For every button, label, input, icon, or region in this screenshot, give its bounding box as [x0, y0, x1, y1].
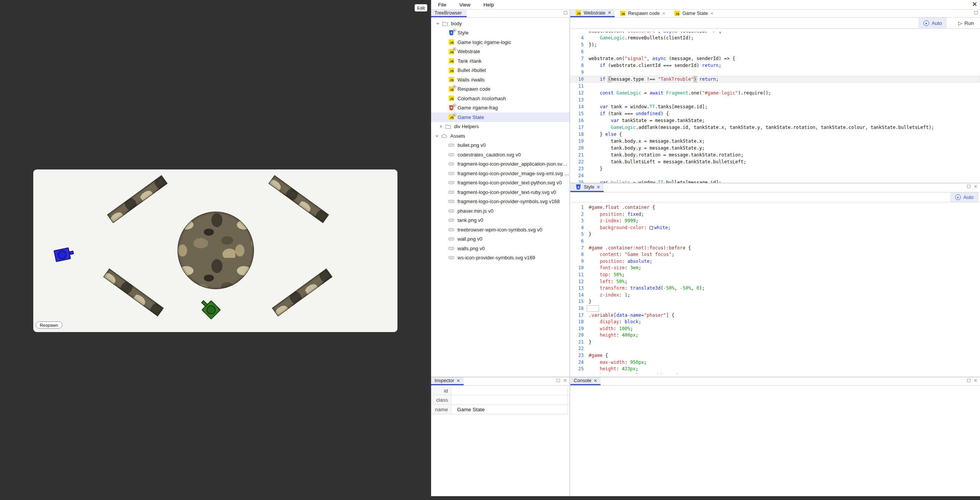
- code-line-24[interactable]: 24 max-width: 950px;: [570, 359, 980, 366]
- code-line-10[interactable]: 10 font-size: 3em;: [570, 265, 980, 272]
- close-icon[interactable]: ✕: [597, 185, 600, 190]
- tree-item-fragment-logo-icon-provider-symbols-svg-v168[interactable]: fragment-logo-icon-provider-symbols.svg …: [431, 197, 570, 207]
- tree-item-codestrates-cauldron-svg-v0[interactable]: codestrates_cauldron.svg v0: [431, 150, 570, 160]
- code-line-19[interactable]: 19 width: 100%;: [570, 326, 980, 332]
- close-icon[interactable]: ✕: [662, 11, 666, 16]
- code-line-14[interactable]: 14 var tank = window.TT.tanks[message.id…: [570, 103, 980, 110]
- code-line-6[interactable]: 6: [570, 48, 980, 55]
- tab-inspector[interactable]: Inspector ✕: [431, 377, 464, 385]
- tab-console[interactable]: Console ✕: [570, 377, 601, 385]
- code-line-15[interactable]: 15 if (tank === undefined) {: [570, 110, 980, 117]
- code-line-clipped[interactable]: webstrate.on("clientPart", async (client…: [570, 32, 980, 34]
- code-line-1[interactable]: 1#game.float .container {: [570, 204, 980, 211]
- code-line-8[interactable]: 8 content: "Game lost focus";: [570, 251, 980, 258]
- code-line-2[interactable]: 2 position: fixed;: [570, 211, 980, 218]
- code-line-20[interactable]: 20 tank.body.y = message.tankState.y;: [570, 145, 980, 151]
- tree-item-fragment-logo-icon-provider-image-svg-xml-svg[interactable]: fragment-logo-icon-provider_image-svg-xm…: [431, 169, 570, 178]
- maximize-icon[interactable]: [557, 379, 560, 382]
- code-line-22[interactable]: 22: [570, 345, 980, 352]
- code-line-21[interactable]: 21}: [570, 339, 980, 346]
- code-line-14[interactable]: 14 z-index: 1;: [570, 292, 980, 299]
- tree-item-game-game-frag[interactable]: 5▶Game #game-frag: [431, 103, 570, 113]
- code-line-7[interactable]: 7#game .container:not(:focus):before {: [570, 245, 980, 252]
- tab-respawn-code[interactable]: JSRespawn code✕: [615, 10, 669, 17]
- code-line-13[interactable]: 13: [570, 96, 980, 103]
- tree-item-style[interactable]: 3▶Style: [431, 28, 570, 38]
- code-line-5[interactable]: 5});: [570, 41, 980, 48]
- tab-game-state[interactable]: JSGame State✕: [669, 10, 717, 17]
- code-line-9[interactable]: 9: [570, 69, 980, 76]
- code-line-17[interactable]: 17 GameLogic.addTank(message.id, tankSta…: [570, 124, 980, 131]
- code-line-24[interactable]: 24: [570, 172, 980, 179]
- auto-run-button[interactable]: ▶ Auto: [950, 192, 978, 202]
- tree-item-colorhash-colorhash[interactable]: JSColorhash #colorhash: [431, 94, 570, 103]
- tab-style[interactable]: 3 Style ✕: [570, 183, 604, 192]
- tree-item-body[interactable]: body: [431, 19, 570, 28]
- code-line-21[interactable]: 21 tank.body.rotation = message.tankStat…: [570, 151, 980, 158]
- code-line-25[interactable]: 25 var bullets = window.TT.bullets[messa…: [570, 179, 980, 183]
- code-line-3[interactable]: 3 z-index: 9999;: [570, 218, 980, 225]
- tree-item-game-logic-game-logic[interactable]: JSGame logic #game-logic: [431, 37, 570, 47]
- window-close-icon[interactable]: ✕: [972, 0, 977, 8]
- code-line-20[interactable]: 20 height: 400px;: [570, 332, 980, 339]
- tree-item-webstrate[interactable]: JS▶Webstrate: [431, 47, 570, 57]
- code-line-4[interactable]: 4 GameLogic.removeBullets(clientId);: [570, 34, 980, 41]
- tree-item-ws-icon-provider-symbols-svg-v169[interactable]: ws-icon-provider-symbols.svg v169: [431, 253, 570, 263]
- code-line-11[interactable]: 11: [570, 83, 980, 90]
- code-line-16[interactable]: 16 var tankState = message.tankState;: [570, 117, 980, 124]
- menu-item-file[interactable]: File: [438, 2, 446, 8]
- code-line-18[interactable]: 18 display: block;: [570, 319, 980, 326]
- code-line-12[interactable]: 12 left: 50%;: [570, 279, 980, 285]
- close-icon[interactable]: ✕: [563, 379, 567, 382]
- code-line-23[interactable]: 23#game {: [570, 352, 980, 359]
- menu-item-help[interactable]: Help: [483, 2, 494, 8]
- tree-item-fragment-logo-icon-provider-text-ruby-svg-v0[interactable]: fragment-logo-icon-provider_text-ruby.sv…: [431, 187, 570, 197]
- tree-item-fragment-logo-icon-provider-application-json-sv[interactable]: fragment-logo-icon-provider_application-…: [431, 160, 570, 169]
- tree-item-bullet-png-v0[interactable]: bullet.png v0: [431, 141, 570, 150]
- javascript-code-area[interactable]: webstrate.on("clientPart", async (client…: [570, 29, 980, 183]
- inspector-field-value[interactable]: Game State: [451, 405, 568, 414]
- maximize-icon[interactable]: [564, 11, 567, 15]
- tree-item-phaser-min-js-v0[interactable]: phaser.min.js v0: [431, 206, 570, 216]
- code-line-4[interactable]: 4 background-color: white;: [570, 225, 980, 231]
- chevron-down-icon[interactable]: [435, 21, 440, 26]
- chevron-down-icon[interactable]: [434, 134, 440, 138]
- chevron-right-icon[interactable]: [438, 124, 443, 129]
- code-line-15[interactable]: 15}: [570, 298, 980, 305]
- tree-item-walls-png-v0[interactable]: walls.png v0: [431, 244, 570, 253]
- close-icon[interactable]: ✕: [710, 11, 714, 16]
- tree-item-wall-png-v0[interactable]: wall.png v0: [431, 235, 570, 244]
- edit-button[interactable]: Edit: [415, 4, 427, 11]
- game-canvas[interactable]: Respawn: [33, 169, 397, 332]
- code-line-6[interactable]: 6: [570, 238, 980, 245]
- code-line-26[interactable]: 26 background-color: whitesmoke;: [570, 373, 980, 374]
- tree-item-respawn-code[interactable]: JS▶Respawn code: [431, 85, 570, 94]
- css-code-area[interactable]: 1#game.float .container {2 position: fix…: [570, 202, 980, 374]
- code-line-11[interactable]: 11 top: 50%;: [570, 272, 980, 279]
- code-line-18[interactable]: 18 } else {: [570, 131, 980, 138]
- maximize-icon[interactable]: [967, 185, 970, 188]
- maximize-icon[interactable]: [967, 379, 970, 382]
- auto-run-button[interactable]: ▶ Auto: [918, 18, 947, 28]
- tree-item-tank-png-v0[interactable]: tank.png v0: [431, 216, 570, 225]
- tree-item-tank-tank[interactable]: JSTank #tank: [431, 56, 570, 66]
- respawn-button[interactable]: Respawn: [36, 321, 62, 329]
- tab-treebrowser[interactable]: TreeBrowser: [431, 10, 467, 17]
- code-line-12[interactable]: 12 const GameLogic = await Fragment.one(…: [570, 90, 980, 96]
- close-icon[interactable]: ✕: [608, 10, 611, 15]
- code-line-9[interactable]: 9 position: absolute;: [570, 258, 980, 265]
- tab-webstrate[interactable]: JSWebstrate✕: [570, 10, 615, 17]
- tree-item-walls-walls[interactable]: JSWalls #walls: [431, 75, 570, 85]
- code-line-23[interactable]: 23 }: [570, 165, 980, 172]
- tree-item-div-helpers[interactable]: div Helpers: [431, 122, 570, 132]
- code-line-22[interactable]: 22 tank.bulletsLeft = message.tankState.…: [570, 158, 980, 165]
- code-line-8[interactable]: 8 if (webstrate.clientId === senderId) r…: [570, 62, 980, 69]
- code-line-5[interactable]: 5}: [570, 231, 980, 238]
- tree-item-assets[interactable]: Assets: [431, 131, 570, 141]
- tree-item-treebrowser-wpm-icon-symbols-svg-v0[interactable]: treebrowser-wpm-icon-symbols.svg v0: [431, 225, 570, 235]
- code-line-10[interactable]: 10 if (message.type !== "TankTrouble") r…: [570, 76, 980, 83]
- code-line-25[interactable]: 25 height: 423px;: [570, 366, 980, 373]
- code-line-16[interactable]: 16: [570, 305, 980, 312]
- run-button[interactable]: ▷ Run: [958, 20, 974, 26]
- code-line-7[interactable]: 7webstrate.on("signal", async (message, …: [570, 55, 980, 62]
